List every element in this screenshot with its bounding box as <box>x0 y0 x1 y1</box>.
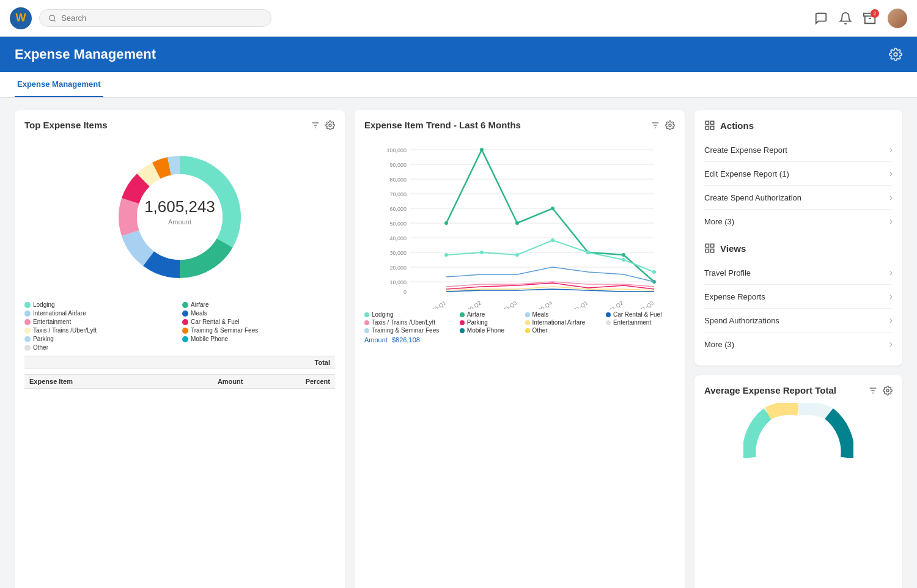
svg-rect-63 <box>711 244 714 247</box>
legend-item: Training & Seminar Fees <box>182 327 335 334</box>
avg-filter-icon[interactable] <box>868 386 878 395</box>
trend-legend-item: Mobile Phone <box>460 327 518 334</box>
right-panel: Actions Create Expense Report›Edit Expen… <box>694 110 902 588</box>
svg-point-57 <box>652 270 656 274</box>
svg-point-47 <box>551 207 554 210</box>
chevron-right-icon: › <box>889 216 893 227</box>
trend-legend-item: International Airfare <box>525 319 598 326</box>
views-section-header: Views <box>704 243 893 254</box>
action-label: More (3) <box>704 217 734 226</box>
svg-rect-60 <box>705 127 709 130</box>
legend-item: Parking <box>24 336 177 342</box>
svg-text:0: 0 <box>403 289 407 295</box>
svg-text:30,000: 30,000 <box>389 250 407 256</box>
svg-text:2020-Q2: 2020-Q2 <box>462 300 482 309</box>
view-item[interactable]: Spend Authorizations› <box>704 309 893 333</box>
svg-point-53 <box>515 253 519 257</box>
actions-list: Create Expense Report›Edit Expense Repor… <box>704 138 893 233</box>
expense-items-table: Expense Item Amount Percent <box>24 374 335 389</box>
trend-legend-item: Other <box>525 327 598 334</box>
view-item[interactable]: Travel Profile› <box>704 261 893 285</box>
svg-point-46 <box>515 221 519 225</box>
action-item[interactable]: More (3)› <box>704 210 893 233</box>
svg-rect-65 <box>711 249 714 252</box>
col-expense-item: Expense Item <box>24 375 159 389</box>
search-input[interactable] <box>61 13 262 23</box>
svg-text:2021-Q3: 2021-Q3 <box>634 300 655 309</box>
svg-point-15 <box>669 124 671 127</box>
settings-gear-icon[interactable] <box>325 120 335 130</box>
trend-card-icons <box>650 120 675 130</box>
action-label: Create Spend Authorization <box>704 193 801 202</box>
chevron-right-icon: › <box>889 168 893 179</box>
trend-legend-item: Car Rental & Fuel <box>606 311 675 318</box>
svg-text:70,000: 70,000 <box>389 191 407 197</box>
legend-item: Meals <box>182 310 335 317</box>
action-label: Edit Expense Report (1) <box>704 169 789 178</box>
donut-chart: 1,605,243 Amount <box>106 144 253 290</box>
avg-settings-icon[interactable] <box>883 386 893 395</box>
svg-text:1,605,243: 1,605,243 <box>144 197 215 216</box>
svg-text:10,000: 10,000 <box>389 279 407 285</box>
avg-card-icons <box>868 386 893 395</box>
legend-item: Entertainment <box>24 318 177 325</box>
svg-text:80,000: 80,000 <box>389 177 407 183</box>
bell-icon[interactable] <box>839 12 852 25</box>
trend-card-title: Expense Item Trend - Last 6 Months <box>364 120 521 130</box>
action-item[interactable]: Create Expense Report› <box>704 138 893 162</box>
svg-text:2020-Q3: 2020-Q3 <box>497 300 518 309</box>
avg-half-donut <box>743 403 853 458</box>
inbox-badge: 2 <box>871 9 879 18</box>
trend-card-header: Expense Item Trend - Last 6 Months <box>364 120 675 130</box>
trend-filter-icon[interactable] <box>650 120 660 130</box>
view-item[interactable]: Expense Reports› <box>704 285 893 309</box>
top-expense-title: Top Expense Items <box>24 120 108 130</box>
action-label: Create Expense Report <box>704 145 787 155</box>
search-box[interactable] <box>39 9 271 27</box>
svg-text:2020-Q4: 2020-Q4 <box>532 300 553 309</box>
svg-rect-61 <box>711 127 714 130</box>
expense-trend-card: Expense Item Trend - Last 6 Months <box>355 110 685 588</box>
chat-icon[interactable] <box>814 12 828 25</box>
card-action-icons <box>311 120 335 130</box>
chevron-right-icon: › <box>889 144 893 155</box>
trend-legend-item: Airfare <box>460 311 518 318</box>
card-header: Top Expense Items <box>24 120 335 130</box>
total-header: Total <box>315 359 330 366</box>
amount-value: $826,108 <box>392 336 420 344</box>
svg-text:20,000: 20,000 <box>389 265 407 271</box>
settings-icon[interactable] <box>889 48 902 61</box>
trend-legend-item: Lodging <box>364 311 452 318</box>
page-title: Expense Management <box>15 46 156 62</box>
workday-logo[interactable]: W <box>10 7 32 29</box>
actions-section-header: Actions <box>704 120 893 131</box>
chevron-right-icon: › <box>889 339 893 350</box>
action-item[interactable]: Create Spend Authorization› <box>704 186 893 210</box>
avg-card-title: Average Expense Report Total <box>704 385 836 395</box>
inbox-icon[interactable]: 2 <box>863 12 877 25</box>
avg-expense-card: Average Expense Report Total <box>694 375 902 588</box>
action-item[interactable]: Edit Expense Report (1)› <box>704 162 893 186</box>
view-item[interactable]: More (3)› <box>704 333 893 356</box>
trend-legend-item: Entertainment <box>606 319 675 326</box>
legend-item: Mobile Phone <box>182 336 335 342</box>
svg-point-8 <box>329 124 331 127</box>
main-content: Top Expense Items <box>0 98 917 588</box>
svg-text:90,000: 90,000 <box>389 162 407 168</box>
expense-table-section: Total Expense Item Amount Percent <box>24 356 335 389</box>
user-avatar[interactable] <box>888 9 907 28</box>
legend-item: Other <box>24 344 177 351</box>
avg-card-header: Average Expense Report Total <box>704 385 893 395</box>
svg-text:40,000: 40,000 <box>389 235 407 241</box>
filter-icon[interactable] <box>311 120 320 130</box>
legend-item: Taxis / Trains /Uber/Lyft <box>24 327 177 334</box>
line-chart-container: 100,000 90,000 80,000 70,000 60,000 50,0… <box>364 138 675 309</box>
tab-expense-management[interactable]: Expense Management <box>15 72 103 97</box>
view-label: More (3) <box>704 340 734 349</box>
svg-rect-59 <box>711 121 714 124</box>
chevron-right-icon: › <box>889 315 893 326</box>
trend-settings-icon[interactable] <box>665 120 675 130</box>
trend-legend-item: Meals <box>525 311 598 318</box>
view-label: Spend Authorizations <box>704 316 779 325</box>
view-label: Expense Reports <box>704 292 765 301</box>
